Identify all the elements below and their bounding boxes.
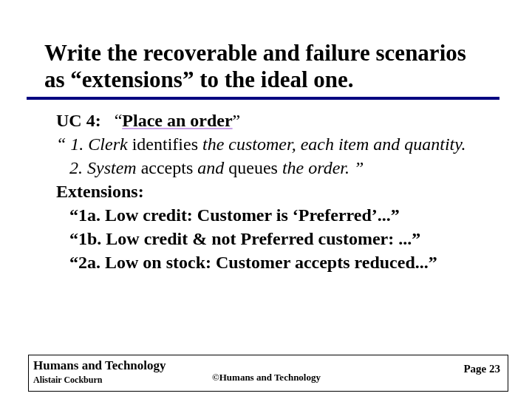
- step-2: 2. System accepts and queues the order. …: [56, 157, 507, 179]
- slide: Write the recoverable and failure scenar…: [0, 0, 532, 399]
- uc-quote-close: ”: [233, 111, 241, 130]
- slide-title: Write the recoverable and failure scenar…: [44, 40, 488, 92]
- uc-number: UC 4:: [56, 111, 101, 130]
- title-block: Write the recoverable and failure scenar…: [44, 40, 488, 100]
- step1-open: “ 1. Clerk: [56, 134, 132, 154]
- step2-a: 2. System: [69, 158, 141, 177]
- uc-heading: UC 4: “Place an order”: [56, 109, 507, 132]
- extension-1b: “1b. Low credit & not Preferred customer…: [56, 228, 507, 250]
- uc-quote-open: “: [115, 111, 123, 130]
- extension-2a: “2a. Low on stock: Customer accepts redu…: [56, 251, 507, 273]
- footer: Humans and Technology Alistair Cockburn …: [28, 355, 508, 392]
- footer-page: Page 23: [463, 363, 500, 375]
- step2-kw1: accepts: [141, 158, 194, 177]
- step2-mid: and: [193, 158, 228, 177]
- title-underline: [27, 97, 499, 100]
- footer-copyright: ©Humans and Technology: [212, 372, 321, 383]
- uc-title: Place an order: [122, 111, 232, 130]
- footer-author: Alistair Cockburn: [33, 375, 102, 386]
- step-1: “ 1. Clerk identifies the customer, each…: [56, 133, 507, 155]
- body-block: UC 4: “Place an order” “ 1. Clerk identi…: [56, 109, 507, 275]
- footer-org: Humans and Technology: [33, 358, 166, 373]
- step1-rest: the customer, each item and quantity.: [198, 134, 466, 154]
- step2-end: the order. ”: [278, 158, 364, 177]
- extensions-label: Extensions:: [56, 180, 507, 202]
- step2-kw2: queues: [228, 158, 278, 177]
- step1-keyword: identifies: [132, 134, 198, 154]
- extension-1a: “1a. Low credit: Customer is ‘Preferred’…: [56, 204, 507, 226]
